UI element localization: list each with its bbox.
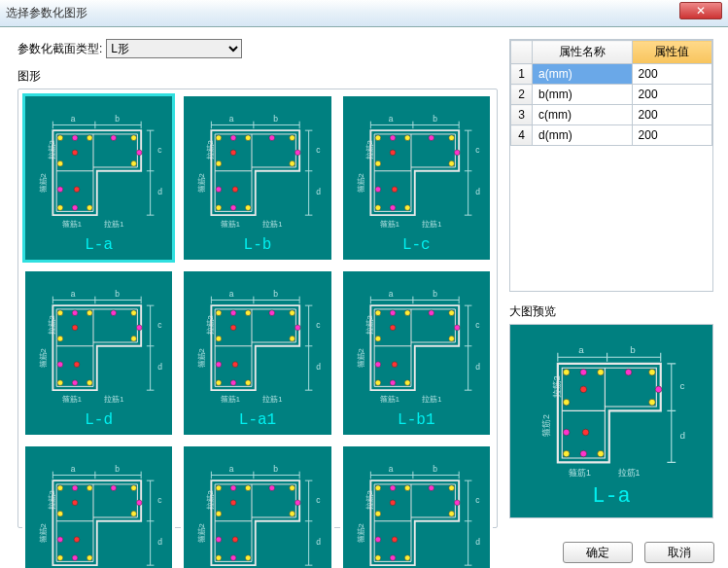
preview-caption: L-a xyxy=(592,484,631,509)
preview-box: L-a xyxy=(509,324,713,518)
shape-L-d[interactable]: L-d xyxy=(22,268,175,438)
shapes-grid: L-aL-bL-cL-dL-a1L-b1L-c1L-d1L-a2 xyxy=(17,89,498,528)
shape-caption: L-a1 xyxy=(239,411,276,429)
prop-value[interactable]: 200 xyxy=(632,125,711,146)
shape-L-c1[interactable]: L-c1 xyxy=(22,444,175,568)
prop-value[interactable]: 200 xyxy=(632,64,711,85)
ok-button[interactable]: 确定 xyxy=(563,542,633,563)
shape-L-c[interactable]: L-c xyxy=(340,93,493,263)
prop-row[interactable]: 3c(mm)200 xyxy=(511,105,712,125)
shape-L-a2[interactable]: L-a2 xyxy=(340,444,493,568)
prop-value[interactable]: 200 xyxy=(632,85,711,105)
shape-L-a[interactable]: L-a xyxy=(22,93,175,263)
shape-caption: L-c xyxy=(402,236,431,254)
prop-name: b(mm) xyxy=(533,85,633,105)
shape-caption: L-b1 xyxy=(398,411,434,429)
prop-row[interactable]: 1a(mm)200 xyxy=(511,64,712,85)
prop-row[interactable]: 2b(mm)200 xyxy=(511,85,712,105)
shape-caption: L-d xyxy=(85,411,113,429)
shape-caption: L-b xyxy=(244,236,272,254)
shapes-label: 图形 xyxy=(17,68,498,85)
col-value: 属性值 xyxy=(632,41,711,64)
property-table-container: 属性名称 属性值 1a(mm)2002b(mm)2003c(mm)2004d(m… xyxy=(509,39,713,292)
col-name: 属性名称 xyxy=(533,41,633,64)
window-title: 选择参数化图形 xyxy=(6,5,87,21)
close-button[interactable]: ✕ xyxy=(679,2,722,19)
section-type-select[interactable]: L形 xyxy=(106,39,242,58)
shape-caption: L-a xyxy=(85,236,113,254)
prop-idx: 3 xyxy=(511,105,533,125)
shape-L-b1[interactable]: L-b1 xyxy=(340,268,493,438)
cancel-button[interactable]: 取消 xyxy=(644,542,714,563)
title-bar: 选择参数化图形 ✕ xyxy=(0,0,728,27)
prop-idx: 2 xyxy=(511,85,533,105)
shape-L-b[interactable]: L-b xyxy=(181,93,333,263)
preview-label: 大图预览 xyxy=(509,303,713,320)
section-type-label: 参数化截面类型: xyxy=(17,41,102,57)
shape-L-a1[interactable]: L-a1 xyxy=(181,268,333,438)
col-idx xyxy=(511,41,533,64)
prop-name: d(mm) xyxy=(533,125,633,146)
prop-name: a(mm) xyxy=(533,64,633,85)
prop-name: c(mm) xyxy=(533,105,633,125)
prop-value[interactable]: 200 xyxy=(632,105,711,125)
property-table[interactable]: 属性名称 属性值 1a(mm)2002b(mm)2003c(mm)2004d(m… xyxy=(510,40,712,146)
prop-idx: 4 xyxy=(511,125,533,146)
prop-row[interactable]: 4d(mm)200 xyxy=(511,125,712,146)
shape-L-d1[interactable]: L-d1 xyxy=(181,444,333,568)
prop-idx: 1 xyxy=(511,64,533,85)
